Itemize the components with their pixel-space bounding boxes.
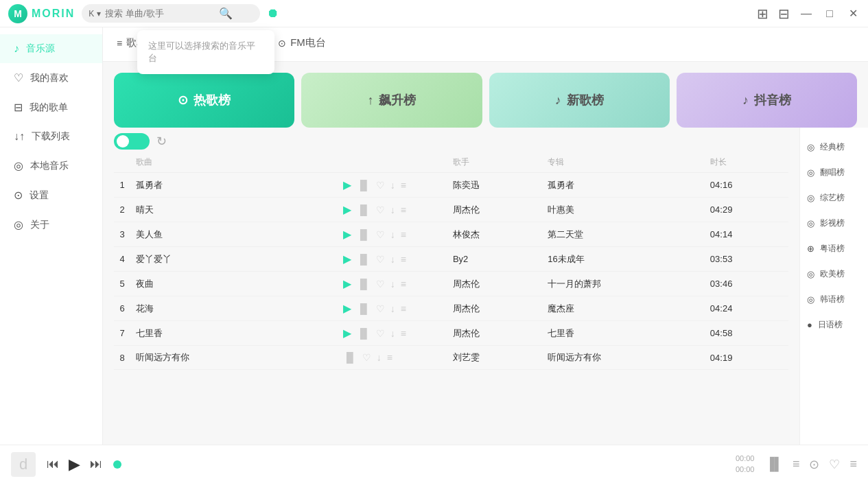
song-album: 七里香 xyxy=(542,321,705,346)
waveform-icon[interactable]: ▐▌ xyxy=(343,352,357,363)
right-item-japanese[interactable]: ● 日语榜 xyxy=(800,312,868,338)
like-icon[interactable]: ♡ xyxy=(376,180,385,191)
play-song-icon[interactable]: ▶ xyxy=(343,252,351,266)
sidebar-item-local-music[interactable]: ◎ 本地音乐 xyxy=(0,151,102,180)
waveform-icon[interactable]: ▐▌ xyxy=(357,204,371,215)
like-icon[interactable]: ♡ xyxy=(376,279,385,290)
more-icon[interactable]: ≡ xyxy=(401,180,406,191)
download-song-icon[interactable]: ↓ xyxy=(377,352,382,363)
more-icon[interactable]: ≡ xyxy=(401,204,406,215)
search-bar[interactable]: K ▾ 🔍 xyxy=(82,4,260,23)
sidebar-item-settings[interactable]: ⊙ 设置 xyxy=(0,180,102,210)
right-sidebar: ◎ 经典榜 ◎ 翻唱榜 ◎ 综艺榜 ◎ 影视榜 ⊕ 粤语榜 xyxy=(799,128,868,445)
chart-card-new[interactable]: ♪ 新歌榜 xyxy=(489,73,670,128)
more-icon[interactable]: ≡ xyxy=(401,328,406,339)
song-number: 3 xyxy=(114,222,130,247)
refresh-button[interactable]: ↻ xyxy=(156,134,167,149)
sidebar-item-my-playlist[interactable]: ⊟ 我的歌单 xyxy=(0,93,102,122)
right-item-cover[interactable]: ◎ 翻唱榜 xyxy=(800,160,868,185)
korean-label: 韩语榜 xyxy=(820,294,845,305)
search-platform-selector[interactable]: K ▾ xyxy=(89,9,101,19)
play-song-icon[interactable]: ▶ xyxy=(343,277,351,290)
like-icon[interactable]: ♡ xyxy=(376,229,385,240)
queue-icon[interactable]: ≡ xyxy=(793,457,800,471)
play-song-icon[interactable]: ▶ xyxy=(343,228,351,241)
download-song-icon[interactable]: ↓ xyxy=(390,279,395,290)
sidebar-item-download-list[interactable]: ↓↑ 下载列表 xyxy=(0,122,102,151)
next-button[interactable]: ⏭ xyxy=(90,457,102,471)
play-song-icon[interactable]: ▶ xyxy=(343,203,351,216)
waveform-icon[interactable]: ▐▌ xyxy=(357,180,371,191)
play-song-icon[interactable]: ▶ xyxy=(343,327,351,340)
like-icon[interactable]: ♡ xyxy=(376,254,385,265)
song-duration: 03:53 xyxy=(705,247,788,272)
sidebar-item-about[interactable]: ◎ 关于 xyxy=(0,210,102,239)
favorite-icon[interactable]: ♡ xyxy=(829,457,840,472)
language-icon[interactable]: ⊙ xyxy=(809,457,819,472)
progress-dot[interactable] xyxy=(113,460,121,469)
sidebar-label-local-music: 本地音乐 xyxy=(30,160,69,172)
download-song-icon[interactable]: ↓ xyxy=(390,303,395,314)
song-album: 第二天堂 xyxy=(542,222,705,247)
chart-card-tiktok[interactable]: ♪ 抖音榜 xyxy=(677,73,857,128)
record-icon: ⏺ xyxy=(267,6,279,21)
right-item-classic[interactable]: ◎ 经典榜 xyxy=(800,134,868,160)
download-song-icon[interactable]: ↓ xyxy=(390,229,395,240)
more-icon[interactable]: ≡ xyxy=(401,279,406,290)
sidebar-item-my-favorites[interactable]: ♡ 我的喜欢 xyxy=(0,63,102,93)
waveform-icon[interactable]: ▐▌ xyxy=(357,303,371,314)
play-button[interactable]: ▶ xyxy=(69,456,80,473)
download-song-icon[interactable]: ↓ xyxy=(390,204,395,215)
like-icon[interactable]: ♡ xyxy=(376,204,385,215)
waveform-icon[interactable]: ▐▌ xyxy=(357,328,371,339)
maximize-button[interactable]: □ xyxy=(823,8,836,20)
more-icon[interactable]: ≡ xyxy=(401,303,406,314)
right-item-variety[interactable]: ◎ 综艺榜 xyxy=(800,185,868,211)
search-input[interactable] xyxy=(105,8,215,19)
song-name: 孤勇者 xyxy=(130,173,338,198)
download-song-icon[interactable]: ↓ xyxy=(390,180,395,191)
search-platform-dropdown: 这里可以选择搜索的音乐平台 xyxy=(137,30,274,74)
right-item-film[interactable]: ◎ 影视榜 xyxy=(800,211,868,236)
window-icon[interactable]: ⊟ xyxy=(778,5,790,22)
grid-icon[interactable]: ⊞ xyxy=(757,5,769,22)
download-song-icon[interactable]: ↓ xyxy=(390,328,395,339)
song-artist: 周杰伦 xyxy=(447,296,542,321)
like-icon[interactable]: ♡ xyxy=(376,328,385,339)
song-name: 夜曲 xyxy=(130,272,338,296)
right-item-cantonese[interactable]: ⊕ 粤语榜 xyxy=(800,236,868,261)
chart-card-hot[interactable]: ⊙ 热歌榜 xyxy=(114,73,294,128)
waveform-icon[interactable]: ▐▌ xyxy=(357,229,371,240)
title-bar-right: ⊞ ⊟ — □ ✕ xyxy=(757,5,860,22)
sidebar-item-music-source[interactable]: ♪ 音乐源 xyxy=(0,34,102,63)
title-bar-left: M MORIN K ▾ 🔍 ⏺ xyxy=(8,4,279,23)
rise-chart-label: 飙升榜 xyxy=(379,92,416,108)
waveform-icon[interactable]: ▐▌ xyxy=(357,254,371,265)
toggle-button[interactable] xyxy=(114,133,150,150)
search-icon[interactable]: 🔍 xyxy=(219,7,233,20)
right-item-korean[interactable]: ◎ 韩语榜 xyxy=(800,287,868,312)
song-action-icons: ▶ ▐▌ ♡ ↓ ≡ xyxy=(338,321,447,346)
more-icon[interactable]: ≡ xyxy=(401,254,406,265)
prev-button[interactable]: ⏮ xyxy=(47,457,59,471)
right-item-western[interactable]: ◎ 欧美榜 xyxy=(800,261,868,287)
chart-card-rise[interactable]: ↑ 飙升榜 xyxy=(301,73,482,128)
minimize-button[interactable]: — xyxy=(799,8,813,20)
download-song-icon[interactable]: ↓ xyxy=(390,254,395,265)
search-platform-hint: 这里可以选择搜索的音乐平台 xyxy=(148,40,255,63)
waveform-icon[interactable]: ▐▌ xyxy=(357,279,371,290)
like-icon[interactable]: ♡ xyxy=(376,303,385,314)
equalizer-icon[interactable]: ▐▌ xyxy=(765,457,783,471)
rise-chart-icon: ↑ xyxy=(367,93,373,108)
more-icon[interactable]: ≡ xyxy=(387,352,392,363)
like-icon[interactable]: ♡ xyxy=(362,352,371,363)
play-song-icon[interactable]: ▶ xyxy=(343,178,351,191)
menu-icon[interactable]: ≡ xyxy=(849,457,857,471)
song-album: 孤勇者 xyxy=(542,173,705,198)
more-icon[interactable]: ≡ xyxy=(401,229,406,240)
tab-fm[interactable]: ⊙ FM电台 xyxy=(278,36,326,52)
play-song-icon[interactable]: ▶ xyxy=(343,302,351,315)
close-button[interactable]: ✕ xyxy=(846,7,860,20)
heart-icon: ♡ xyxy=(14,71,23,84)
hot-chart-icon: ⊙ xyxy=(178,93,188,108)
